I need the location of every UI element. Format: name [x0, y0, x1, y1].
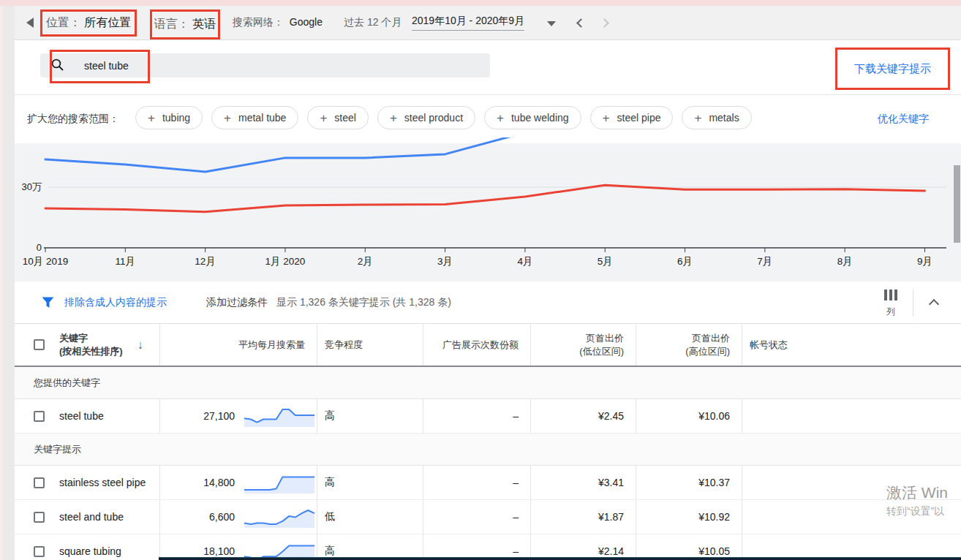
period-label: 过去 12 个月 — [344, 16, 402, 29]
broaden-chip[interactable]: +steel — [307, 106, 369, 129]
select-all-checkbox[interactable] — [34, 339, 45, 350]
table-header: 关键字 (按相关性排序) ↓ 平均每月搜索量 竞争程度 广告展示次数份额 页首出… — [15, 324, 961, 367]
competition-value: 高 — [317, 399, 423, 433]
svg-text:8月: 8月 — [837, 256, 853, 267]
columns-label: 列 — [880, 306, 902, 318]
svg-text:6月: 6月 — [677, 256, 693, 267]
plus-icon: + — [390, 112, 397, 124]
exclude-adult-link[interactable]: 排除含成人内容的提示 — [64, 296, 167, 309]
low-bid-value: ¥3.41 — [530, 466, 636, 499]
results-count-text: 显示 1,326 条关键字提示 (共 1,328 条) — [276, 296, 451, 309]
row-checkbox[interactable] — [34, 477, 45, 488]
broaden-chips: +tubing+metal tube+steel+steel product+t… — [135, 106, 752, 129]
svg-text:11月: 11月 — [116, 256, 136, 267]
svg-text:12月: 12月 — [195, 256, 216, 267]
search-volume: 14,800 — [203, 477, 235, 488]
ad-share-value: – — [423, 466, 530, 499]
language-label: 语言： — [154, 17, 189, 32]
col-ad-impression-share[interactable]: 广告展示次数份额 — [423, 324, 530, 366]
col-top-bid-high[interactable]: 页首出价 (高位区间) — [636, 324, 742, 366]
plus-icon: + — [694, 112, 701, 124]
refine-keywords-link[interactable]: 优化关键字 — [878, 113, 929, 126]
keyword-text: steel and tube — [59, 511, 124, 523]
svg-text:0: 0 — [37, 242, 42, 253]
broaden-label: 扩大您的搜索范围： — [27, 113, 119, 126]
row-checkbox[interactable] — [34, 411, 45, 422]
location-setting[interactable]: 位置： 所有位置 — [40, 10, 137, 37]
section-band: 您提供的关键字 — [15, 367, 961, 399]
broaden-chip[interactable]: +steel product — [377, 106, 475, 129]
broaden-chip[interactable]: +metals — [682, 106, 751, 129]
svg-text:10月 2019: 10月 2019 — [23, 256, 68, 267]
keyword-row[interactable]: stainless steel pipe14,800高–¥3.41¥10.37 — [15, 466, 961, 500]
svg-text:7月: 7月 — [757, 256, 772, 267]
col-account-status[interactable]: 帐号状态 — [742, 324, 961, 366]
keyword-row[interactable]: steel tube27,100高–¥2.45¥10.06 — [15, 399, 961, 434]
vertical-divider — [913, 289, 913, 317]
search-volume: 6,600 — [209, 511, 235, 523]
competition-value: 高 — [317, 534, 423, 560]
date-range-selector[interactable]: 2019年10月 - 2020年9月 — [412, 15, 524, 31]
filter-bar: 排除含成人内容的提示 添加过滤条件 显示 1,326 条关键字提示 (共 1,3… — [15, 281, 961, 324]
sparkline — [242, 471, 317, 494]
col-avg-monthly-searches[interactable]: 平均每月搜索量 — [159, 324, 317, 366]
broaden-chip[interactable]: +metal tube — [211, 106, 298, 129]
broaden-section: 扩大您的搜索范围： +tubing+metal tube+steel+steel… — [15, 95, 961, 143]
date-caret-icon[interactable] — [547, 21, 556, 26]
account-status-value — [742, 399, 961, 433]
col-top-bid-low[interactable]: 页首出价 (低位区间) — [530, 324, 636, 366]
keyword-text: square tubing — [59, 545, 121, 557]
col-keyword-sub: (按相关性排序) — [59, 345, 123, 358]
low-bid-value: ¥2.45 — [530, 399, 636, 433]
row-checkbox[interactable] — [34, 512, 45, 523]
keywords-table: 关键字 (按相关性排序) ↓ 平均每月搜索量 竞争程度 广告展示次数份额 页首出… — [15, 324, 961, 560]
ad-share-value: – — [423, 399, 530, 433]
collapse-chevron-icon[interactable] — [929, 299, 939, 309]
row-checkbox[interactable] — [34, 546, 45, 557]
high-bid-value: ¥10.37 — [636, 466, 742, 499]
search-volume: 27,100 — [203, 410, 235, 422]
svg-text:4月: 4月 — [517, 256, 532, 267]
search-volume: 18,100 — [203, 545, 235, 557]
download-keywords-box: 下载关键字提示 — [835, 48, 950, 90]
high-bid-value: ¥10.92 — [636, 500, 742, 534]
keyword-row[interactable]: square tubing18,100高–¥2.14¥10.05 — [15, 534, 961, 560]
download-keywords-link[interactable]: 下载关键字提示 — [854, 62, 931, 76]
filter-icon — [42, 297, 54, 309]
columns-icon — [884, 290, 897, 300]
location-value: 所有位置 — [84, 15, 131, 31]
activation-watermark-line2: 转到“设置”以 — [886, 505, 944, 518]
language-setting[interactable]: 语言： 英语 — [150, 10, 220, 39]
prev-period-icon[interactable] — [576, 18, 586, 28]
sparkline — [242, 505, 317, 529]
svg-text:3月: 3月 — [437, 256, 453, 267]
broaden-chip[interactable]: +tube welding — [484, 106, 581, 129]
broaden-chip[interactable]: +steel pipe — [590, 106, 674, 129]
add-filter-button[interactable]: 添加过滤条件 — [206, 296, 268, 309]
section-band: 关键字提示 — [15, 434, 961, 466]
table-body: 您提供的关键字steel tube27,100高–¥2.45¥10.06关键字提… — [15, 367, 961, 560]
network-setting[interactable]: 搜索网络： Google — [233, 16, 323, 29]
high-bid-value: ¥10.06 — [636, 399, 742, 433]
high-bid-value: ¥10.05 — [636, 534, 742, 560]
settings-topbar: 位置： 所有位置 语言： 英语 搜索网络： Google 过去 12 个月 20… — [15, 6, 961, 40]
low-bid-value: ¥1.87 — [530, 500, 636, 534]
search-section: 下载关键字提示 — [15, 40, 961, 95]
location-label: 位置： — [46, 15, 81, 31]
top-edge-strip — [0, 0, 961, 6]
plus-icon: + — [497, 112, 504, 124]
language-value: 英语 — [192, 17, 216, 32]
account-status-value — [742, 534, 961, 560]
broaden-chip[interactable]: +tubing — [135, 106, 203, 129]
next-period-icon — [600, 18, 609, 28]
back-arrow-icon[interactable] — [26, 18, 34, 28]
scrollbar-thumb[interactable] — [954, 165, 960, 243]
col-keyword: 关键字 — [59, 332, 123, 345]
trend-chart-svg: 10月 201911月12月1月 20202月3月4月5月6月7月8月9月30万… — [15, 137, 961, 281]
col-competition[interactable]: 竞争程度 — [317, 324, 423, 366]
svg-text:2月: 2月 — [358, 256, 373, 267]
keyword-row[interactable]: steel and tube6,600低–¥1.87¥10.92 — [15, 500, 961, 534]
plus-icon: + — [603, 112, 610, 124]
sort-descending-icon[interactable]: ↓ — [137, 338, 143, 352]
columns-button[interactable]: 列 — [880, 290, 902, 318]
